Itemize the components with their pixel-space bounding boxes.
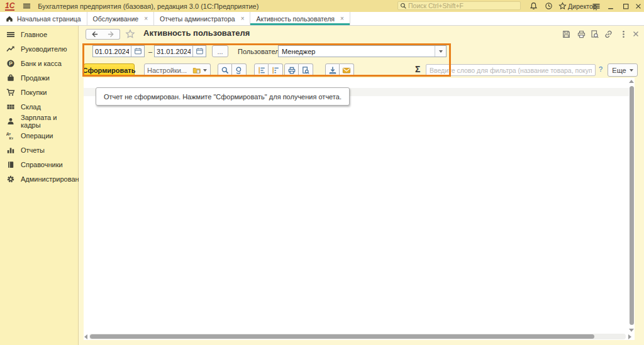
tab-user-activity[interactable]: Активность пользователя × bbox=[250, 12, 350, 25]
minimize-icon[interactable] bbox=[604, 1, 617, 11]
save-icon[interactable] bbox=[562, 30, 572, 40]
search-input[interactable] bbox=[407, 2, 520, 9]
generate-report-button[interactable]: Сформировать bbox=[84, 63, 135, 77]
favorite-star-icon[interactable] bbox=[125, 29, 135, 39]
restore-icon[interactable] bbox=[619, 1, 632, 11]
sidebar-item-main[interactable]: Главное bbox=[0, 27, 78, 41]
print-icon[interactable] bbox=[577, 30, 587, 40]
reports-chart-icon bbox=[6, 146, 15, 155]
salary-person-icon bbox=[6, 117, 15, 126]
directories-book-icon bbox=[6, 160, 15, 169]
help-link[interactable]: ? bbox=[599, 65, 602, 73]
svg-text:Р: Р bbox=[9, 60, 13, 67]
calendar-icon[interactable] bbox=[131, 46, 144, 57]
period-to-input[interactable] bbox=[155, 48, 192, 55]
preview-report-button[interactable] bbox=[299, 63, 313, 77]
sidebar-item-operations[interactable]: ДтКт Операции bbox=[0, 128, 78, 143]
sidebar-item-label: Отчеты bbox=[21, 146, 45, 154]
nav-forward-button[interactable] bbox=[103, 29, 120, 40]
tab-label: Начальная страница bbox=[17, 15, 81, 23]
tab-bar: Начальная страница Обслуживание × Отчеты… bbox=[0, 12, 644, 26]
period-dash: – bbox=[148, 48, 152, 55]
quick-filter-input[interactable] bbox=[426, 64, 596, 76]
sidebar-item-label: Главное bbox=[21, 31, 47, 38]
sidebar-item-label: Операции bbox=[21, 132, 53, 140]
print-report-button[interactable] bbox=[284, 63, 299, 77]
dropdown-icon bbox=[630, 69, 633, 72]
sidebar-nav: Главное Руководителю Р Банк и касса Прод… bbox=[0, 26, 79, 345]
tab-admin-reports[interactable]: Отчеты администратора × bbox=[154, 12, 251, 25]
favorites-star-icon[interactable] bbox=[556, 1, 569, 11]
hscroll-left-arrow[interactable] bbox=[84, 334, 87, 339]
sidebar-item-label: Продажи bbox=[21, 74, 50, 82]
print-preview-icon[interactable] bbox=[590, 30, 600, 40]
sidebar-item-directories[interactable]: Справочники bbox=[0, 157, 78, 172]
sidebar-item-warehouse[interactable]: Склад bbox=[0, 99, 78, 114]
sidebar-item-purchases[interactable]: Покупки bbox=[0, 85, 78, 99]
svg-text:Дт: Дт bbox=[6, 132, 11, 136]
report-variants-button[interactable] bbox=[189, 63, 211, 77]
combo-dropdown-icon[interactable] bbox=[435, 46, 446, 57]
sidebar-item-salary-hr[interactable]: Зарплата и кадры bbox=[0, 114, 78, 128]
find-next-button[interactable] bbox=[232, 63, 247, 77]
main-menu-icon[interactable] bbox=[23, 2, 31, 10]
expand-groups-icon bbox=[271, 66, 280, 75]
user-combobox-value: Менеджер bbox=[279, 48, 435, 55]
sidebar-item-reports[interactable]: Отчеты bbox=[0, 143, 78, 157]
tab-close-icon[interactable]: × bbox=[144, 15, 148, 22]
bank-cash-icon: Р bbox=[6, 59, 15, 68]
link-icon[interactable] bbox=[604, 30, 614, 40]
period-to-field bbox=[154, 45, 206, 57]
hscroll-right-arrow[interactable] bbox=[628, 334, 631, 339]
tab-service[interactable]: Обслуживание × bbox=[87, 12, 154, 25]
search-icon bbox=[400, 3, 407, 9]
close-icon[interactable] bbox=[632, 1, 644, 11]
sales-bag-icon bbox=[6, 74, 15, 82]
sum-icon[interactable]: Σ bbox=[415, 64, 420, 74]
app-title: Бухгалтерия предприятия (базовая), редак… bbox=[38, 3, 258, 10]
main-section-icon bbox=[6, 30, 15, 39]
tab-home[interactable]: Начальная страница bbox=[0, 12, 87, 25]
expand-groups-button[interactable] bbox=[269, 63, 283, 77]
period-from-input[interactable] bbox=[93, 48, 131, 55]
close-page-icon[interactable] bbox=[631, 30, 641, 40]
sidebar-item-bank-cash[interactable]: Р Банк и касса bbox=[0, 56, 78, 70]
home-icon bbox=[6, 15, 13, 23]
user-combobox[interactable]: Менеджер bbox=[278, 45, 447, 57]
preview-icon bbox=[301, 66, 310, 75]
report-empty-message: Отчет не сформирован. Нажмите "Сформиров… bbox=[96, 87, 350, 106]
report-variants-icon bbox=[192, 66, 201, 75]
global-search-box[interactable] bbox=[397, 1, 521, 10]
calendar-icon[interactable] bbox=[192, 46, 206, 57]
choose-period-button[interactable]: ... bbox=[212, 45, 228, 57]
sidebar-item-manager[interactable]: Руководителю bbox=[0, 41, 78, 56]
more-button-label: Еще bbox=[612, 67, 626, 74]
warehouse-grid-icon bbox=[6, 102, 15, 111]
service-menu-icon[interactable] bbox=[590, 1, 602, 11]
nav-back-button[interactable] bbox=[86, 29, 103, 40]
vscroll-up-arrow[interactable] bbox=[629, 80, 634, 83]
tab-close-icon[interactable]: × bbox=[241, 15, 245, 22]
horizontal-scrollbar[interactable] bbox=[90, 334, 594, 339]
history-clock-icon[interactable] bbox=[542, 1, 555, 11]
sidebar-item-label: Покупки bbox=[21, 89, 47, 96]
vertical-scrollbar[interactable] bbox=[630, 86, 634, 325]
send-mail-button[interactable] bbox=[340, 63, 354, 77]
sidebar-item-administration[interactable]: Администрирование bbox=[0, 172, 78, 186]
tab-label: Обслуживание bbox=[93, 15, 139, 23]
notifications-bell-icon[interactable] bbox=[527, 1, 540, 11]
tab-label: Отчеты администратора bbox=[160, 15, 235, 23]
app-window: 1С Бухгалтерия предприятия (базовая), ре… bbox=[0, 0, 644, 345]
vscroll-down-arrow[interactable] bbox=[629, 329, 634, 332]
administration-gear-icon bbox=[6, 175, 15, 183]
tab-close-icon[interactable]: × bbox=[340, 15, 344, 22]
save-report-button[interactable] bbox=[325, 63, 340, 77]
find-button[interactable] bbox=[218, 63, 232, 77]
print-icon bbox=[287, 66, 296, 75]
collapse-groups-button[interactable] bbox=[254, 63, 269, 77]
more-dots-icon[interactable] bbox=[619, 30, 629, 40]
sidebar-item-sales[interactable]: Продажи bbox=[0, 70, 78, 85]
settings-button[interactable]: Настройки... bbox=[144, 63, 190, 77]
sidebar-item-label: Склад bbox=[21, 103, 41, 111]
more-actions-button[interactable]: Еще bbox=[608, 63, 638, 77]
